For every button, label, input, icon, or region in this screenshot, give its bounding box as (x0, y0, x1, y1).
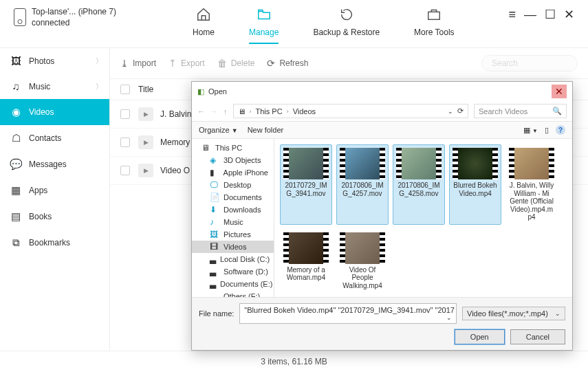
dialog-body: 🖥This PC ◈3D Objects ▮Apple iPhone 🖵Desk… (192, 139, 572, 297)
books-icon: ▤ (10, 210, 22, 223)
row-checkbox[interactable] (120, 109, 130, 119)
tree-local-disk-c[interactable]: ▃Local Disk (C:) (192, 253, 274, 265)
select-all-checkbox[interactable] (120, 85, 130, 94)
tree-documents[interactable]: 📄Documents (192, 191, 274, 204)
tree-documents-e[interactable]: ▃Documents (E:) (192, 278, 274, 290)
view-mode-button[interactable]: ▦ ▼ (523, 126, 538, 135)
svg-rect-0 (428, 12, 440, 19)
row-checkbox[interactable] (120, 166, 130, 175)
documents-icon: 📄 (210, 192, 219, 202)
organize-button[interactable]: Organize ▼ (199, 126, 238, 134)
sidebar-item-books[interactable]: ▤Books (0, 204, 109, 230)
sidebar-item-videos[interactable]: ◉Videos (0, 99, 109, 125)
tree-pictures[interactable]: 🖼Pictures (192, 228, 274, 241)
breadcrumb-root[interactable]: This PC (256, 107, 283, 116)
import-label: Import (133, 58, 156, 68)
tab-manage[interactable]: Manage (249, 7, 279, 44)
sidebar-item-messages[interactable]: 💬Messages (0, 151, 109, 177)
trash-icon: 🗑 (217, 58, 227, 69)
minimize-icon[interactable]: — (524, 8, 536, 22)
breadcrumb-folder[interactable]: Videos (293, 107, 316, 116)
sidebar-item-contacts[interactable]: ☖Contacts (0, 125, 109, 151)
tab-tools[interactable]: More Tools (414, 7, 454, 44)
row-title: Video O (160, 166, 190, 175)
forward-icon[interactable]: → (210, 107, 218, 116)
file-grid: 20170729_IMG_3941.mov 20170806_IMG_4257.… (274, 139, 572, 297)
delete-button[interactable]: 🗑Delete (217, 58, 255, 69)
sidebar: 🖼Photos〉 ♫Music〉 ◉Videos ☖Contacts 💬Mess… (0, 48, 110, 351)
column-title[interactable]: Title (138, 85, 153, 94)
file-item[interactable]: 20170806_IMG_4257.mov (336, 144, 389, 225)
refresh-button[interactable]: ⟳Refresh (267, 58, 308, 69)
delete-label: Delete (231, 58, 255, 68)
back-icon[interactable]: ← (197, 107, 205, 116)
sidebar-item-music[interactable]: ♫Music〉 (0, 74, 109, 99)
dialog-close-button[interactable]: ✕ (552, 85, 567, 98)
chevron-down-icon[interactable]: ⌄ (448, 108, 453, 115)
tree-downloads[interactable]: ⬇Downloads (192, 204, 274, 216)
maximize-icon[interactable]: ☐ (545, 7, 556, 22)
play-icon[interactable]: ▶ (138, 135, 153, 149)
tree-software-d[interactable]: ▃Software (D:) (192, 265, 274, 278)
menu-icon[interactable]: ≡ (508, 8, 516, 22)
cancel-button[interactable]: Cancel (510, 329, 565, 344)
device-info[interactable]: Top-lanse'... (iPhone 7) connected (14, 7, 151, 28)
video-thumbnail (396, 148, 442, 179)
downloads-icon: ⬇ (210, 205, 219, 214)
tree-3d-objects[interactable]: ◈3D Objects (192, 154, 274, 166)
sidebar-item-label: Photos (29, 56, 54, 66)
chevron-down-icon: ⌄ (555, 310, 560, 317)
open-button[interactable]: Open (455, 329, 505, 344)
window-controls: ≡ — ☐ ✕ (508, 7, 574, 22)
file-item[interactable]: Video Of People Walking.mp4 (336, 229, 389, 294)
file-item[interactable]: Memory of a Woman.mp4 (280, 229, 332, 294)
tab-home[interactable]: Home (193, 7, 215, 44)
sidebar-item-label: Apps (29, 186, 47, 195)
import-button[interactable]: ⤓Import (120, 58, 156, 69)
tab-backup[interactable]: Backup & Restore (313, 7, 380, 44)
sidebar-item-bookmarks[interactable]: ⧉Bookmarks (0, 230, 109, 256)
file-item[interactable]: 20170806_IMG_4258.mov (393, 144, 445, 225)
row-title: Memory (160, 138, 190, 147)
file-item[interactable]: J. Balvin, Willy William - Mi Gente (Off… (505, 144, 558, 225)
tree-this-pc[interactable]: 🖥This PC (192, 142, 274, 154)
search-input[interactable]: Search (481, 55, 578, 72)
help-icon[interactable]: ? (556, 125, 565, 135)
new-folder-button[interactable]: New folder (248, 126, 284, 134)
tree-desktop[interactable]: 🖵Desktop (192, 179, 274, 191)
dialog-search-input[interactable]: Search Videos 🔍 (474, 104, 567, 118)
file-item[interactable]: Blurred Bokeh Video.mp4 (449, 144, 501, 225)
refresh-label: Refresh (279, 58, 308, 68)
play-icon[interactable]: ▶ (138, 164, 153, 177)
chevron-right-icon: 〉 (96, 56, 102, 66)
row-title: J. Balvin, (160, 109, 194, 119)
device-name: Top-lanse'... (iPhone 7) (32, 7, 116, 18)
file-item[interactable]: 20170729_IMG_3941.mov (280, 144, 332, 225)
sidebar-item-photos[interactable]: 🖼Photos〉 (0, 48, 109, 74)
tree-apple-iphone[interactable]: ▮Apple iPhone (192, 166, 274, 179)
play-icon[interactable]: ▶ (138, 107, 153, 121)
tab-backup-label: Backup & Restore (313, 28, 380, 37)
contacts-icon: ☖ (10, 132, 22, 144)
tree-music[interactable]: ♪Music (192, 216, 274, 228)
up-icon[interactable]: ↑ (224, 107, 228, 116)
file-name: Video Of People Walking.mp4 (340, 266, 385, 290)
dialog-app-icon: ◧ (197, 87, 204, 96)
tab-manage-label: Manage (249, 28, 279, 37)
close-icon[interactable]: ✕ (564, 7, 574, 22)
filetype-filter[interactable]: Video files(*.mov;*.mp4)⌄ (462, 307, 565, 320)
chevron-down-icon: ▼ (232, 127, 238, 134)
preview-pane-button[interactable]: ▯ (545, 126, 549, 135)
sidebar-item-apps[interactable]: ▦Apps (0, 177, 109, 204)
filename-input[interactable]: "Blurred Bokeh Video.mp4" "20170729_IMG_… (239, 303, 457, 324)
export-button[interactable]: ⤒Export (168, 58, 205, 69)
phone-icon (14, 8, 26, 26)
row-checkbox[interactable] (120, 138, 130, 147)
reload-icon[interactable]: ⟳ (457, 107, 464, 116)
breadcrumb[interactable]: 🖥 › This PC › Videos ⌄ ⟳ (233, 104, 469, 118)
tree-videos[interactable]: 🎞Videos (192, 241, 274, 253)
tree-others-f[interactable]: ▃Others (F:) (192, 290, 274, 297)
disk-icon: ▃ (210, 279, 216, 289)
apps-icon: ▦ (10, 184, 22, 197)
chevron-down-icon[interactable]: ⌄ (446, 314, 452, 321)
